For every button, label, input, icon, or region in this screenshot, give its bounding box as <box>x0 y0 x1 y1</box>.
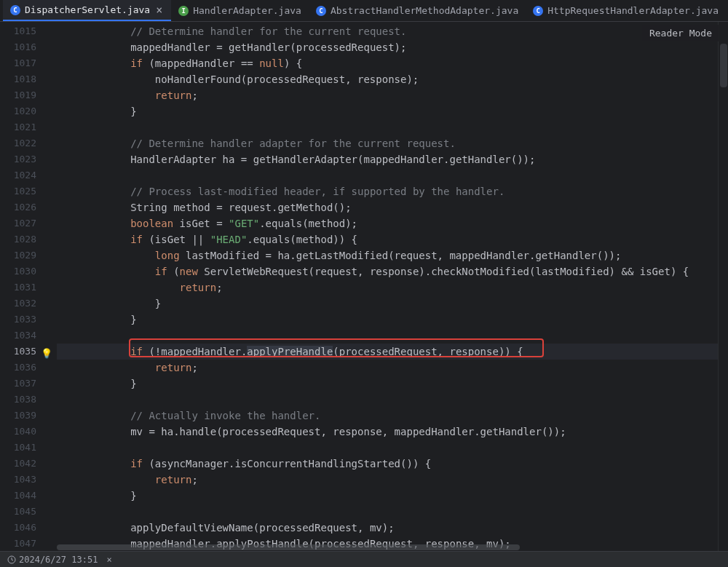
code-line[interactable]: mv = ha.handle(processedRequest, respons… <box>57 424 728 440</box>
code-line[interactable]: String method = request.getMethod(); <box>57 199 728 215</box>
line-number: 1032 <box>0 296 57 312</box>
code-line[interactable]: // Actually invoke the handler. <box>57 408 728 424</box>
code-line[interactable]: boolean isGet = "GET".equals(method); <box>57 215 728 231</box>
code-line[interactable]: return; <box>57 472 728 488</box>
gutter: 1015101610171018101910201021102210231024… <box>0 22 57 551</box>
tab-label: HttpRequestHandlerAdapter.java <box>547 5 719 16</box>
line-number: 1017 <box>0 55 57 71</box>
code-line[interactable] <box>57 119 728 135</box>
line-number: 1047 <box>0 536 57 552</box>
line-number: 1039 <box>0 408 57 424</box>
code-line[interactable]: if (mappedHandler == null) { <box>57 55 728 71</box>
code-line[interactable]: return; <box>57 360 728 376</box>
code-line[interactable] <box>57 392 728 408</box>
code-line[interactable] <box>57 328 728 344</box>
editor: Reader Mode 1015101610171018101910201021… <box>0 22 728 551</box>
line-number: 1043 <box>0 472 57 488</box>
scrollbar-vertical[interactable] <box>718 22 728 551</box>
line-number: 1016 <box>0 39 57 55</box>
line-number: 1020 <box>0 103 57 119</box>
line-number: 1029 <box>0 247 57 263</box>
class-icon: C <box>10 5 20 15</box>
code-line[interactable]: applyDefaultViewName(processedRequest, m… <box>57 520 728 536</box>
line-number: 1019 <box>0 87 57 103</box>
line-number: 1034 <box>0 328 57 344</box>
line-number: 1027 <box>0 215 57 231</box>
code-line[interactable]: } <box>57 376 728 392</box>
code-line[interactable]: return; <box>57 87 728 103</box>
code-line[interactable]: if (isGet || "HEAD".equals(method)) { <box>57 231 728 247</box>
line-number: 1025 <box>0 183 57 199</box>
line-number: 1021 <box>0 119 57 135</box>
line-number: 1042 <box>0 456 57 472</box>
close-icon[interactable]: × <box>154 4 164 17</box>
tab-dispatcherservlet-java[interactable]: CDispatcherServlet.java× <box>3 0 171 21</box>
tab-label: HandlerAdapter.java <box>193 5 301 16</box>
clock-icon <box>7 555 16 564</box>
line-number: 1031 <box>0 279 57 296</box>
line-number: 1026 <box>0 199 57 215</box>
line-number: 1036 <box>0 360 57 376</box>
scrollbar-thumb[interactable] <box>720 44 727 87</box>
status-close[interactable]: × <box>102 555 116 565</box>
line-number: 1038 <box>0 392 57 408</box>
code-line[interactable]: } <box>57 312 728 328</box>
line-number: 1018 <box>0 71 57 87</box>
line-number: 1033 <box>0 312 57 328</box>
line-number: 1015 <box>0 23 57 39</box>
class-icon: C <box>533 6 543 16</box>
code-line[interactable] <box>57 504 728 520</box>
line-number: 1023 <box>0 151 57 167</box>
code-line[interactable]: // Process last-modified header, if supp… <box>57 183 728 199</box>
code-line[interactable]: noHandlerFound(processedRequest, respons… <box>57 71 728 87</box>
line-number: 1035💡 <box>0 344 57 360</box>
code-line[interactable]: return; <box>57 279 728 296</box>
line-number: 1024 <box>0 167 57 183</box>
code-line[interactable]: long lastModified = ha.getLastModified(r… <box>57 247 728 263</box>
line-number: 1041 <box>0 440 57 456</box>
line-number: 1037 <box>0 376 57 392</box>
scrollbar-horizontal[interactable] <box>57 544 718 551</box>
line-number: 1028 <box>0 231 57 247</box>
code-line[interactable]: } <box>57 296 728 312</box>
class-icon: I <box>178 6 189 16</box>
tab-label: DispatcherServlet.java <box>25 4 150 15</box>
tab-abstracthandlermethodadapter-java[interactable]: CAbstractHandlerMethodAdapter.java <box>309 0 526 21</box>
reader-mode-badge[interactable]: Reader Mode <box>642 25 719 41</box>
code-line[interactable]: // Determine handler for the current req… <box>57 23 728 39</box>
code-line[interactable] <box>57 167 728 183</box>
code-line[interactable]: mappedHandler = getHandler(processedRequ… <box>57 39 728 55</box>
line-number: 1046 <box>0 520 57 536</box>
status-bar: 2024/6/27 13:51 × <box>0 551 728 567</box>
code-line[interactable]: if (new ServletWebRequest(request, respo… <box>57 263 728 279</box>
line-number: 1045 <box>0 504 57 520</box>
code-line[interactable]: if (!mappedHandler.applyPreHandle(proces… <box>57 344 728 360</box>
code-line[interactable]: } <box>57 103 728 119</box>
line-number: 1022 <box>0 135 57 151</box>
scrollbar-thumb[interactable] <box>57 544 520 550</box>
code-area[interactable]: // Determine handler for the current req… <box>57 22 728 551</box>
code-line[interactable] <box>57 440 728 456</box>
line-number: 1030 <box>0 263 57 279</box>
code-line[interactable]: if (asyncManager.isConcurrentHandlingSta… <box>57 456 728 472</box>
line-number: 1040 <box>0 424 57 440</box>
tab-handleradapter-java[interactable]: IHandlerAdapter.java <box>171 0 309 21</box>
code-line[interactable]: // Determine handler adapter for the cur… <box>57 135 728 151</box>
code-line[interactable]: HandlerAdapter ha = getHandlerAdapter(ma… <box>57 151 728 167</box>
class-icon: C <box>316 6 326 16</box>
line-number: 1044 <box>0 488 57 504</box>
status-time: 2024/6/27 13:51 <box>3 555 102 565</box>
code-line[interactable]: } <box>57 488 728 504</box>
tab-httprequesthandleradapter-java[interactable]: CHttpRequestHandlerAdapter.java <box>526 0 726 21</box>
editor-tabs: CDispatcherServlet.java×IHandlerAdapter.… <box>0 0 728 22</box>
tab-label: AbstractHandlerMethodAdapter.java <box>331 5 518 16</box>
